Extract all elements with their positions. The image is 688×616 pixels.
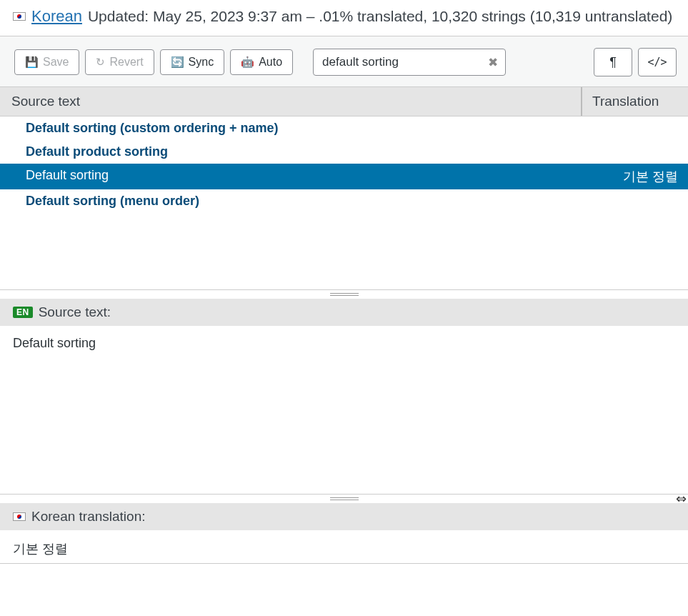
sync-button[interactable]: 🔄 Sync	[160, 49, 225, 74]
pilcrow-button[interactable]: ¶	[594, 48, 632, 76]
auto-button[interactable]: 🤖 Auto	[230, 49, 293, 74]
sync-icon: 🔄	[171, 56, 184, 69]
table-row[interactable]: Default sorting기본 정렬	[0, 164, 688, 189]
code-view-button[interactable]: </>	[638, 48, 677, 76]
save-button[interactable]: 💾 Save	[14, 49, 79, 74]
translation-panel-label: Korean translation:	[31, 509, 146, 525]
col-header-source[interactable]: Source text	[0, 87, 581, 116]
source-cell: Default sorting	[0, 164, 581, 189]
en-badge: EN	[13, 307, 33, 318]
save-label: Save	[43, 55, 69, 69]
col-header-translation[interactable]: Translation	[581, 87, 688, 116]
source-cell: Default sorting (menu order)	[0, 189, 581, 213]
header-meta: Updated: May 25, 2023 9:37 am – .01% tra…	[88, 8, 672, 25]
revert-icon: ↻	[96, 56, 105, 69]
save-icon: 💾	[25, 56, 39, 69]
grid-body: Default sorting (custom ordering + name)…	[0, 116, 688, 213]
translation-panel: Korean translation: 기본 정렬	[0, 503, 688, 564]
search-input[interactable]	[313, 49, 506, 76]
search-wrap: ✖	[313, 49, 506, 76]
auto-label: Auto	[259, 55, 282, 69]
source-panel: EN Source text: Default sorting	[0, 299, 688, 495]
language-title-link[interactable]: Korean	[31, 7, 82, 26]
korean-flag-icon	[13, 12, 26, 21]
translation-cell	[581, 140, 688, 164]
expand-icon[interactable]: ⇔	[676, 491, 687, 507]
translation-input[interactable]: 기본 정렬	[0, 530, 688, 563]
clear-search-icon[interactable]: ✖	[486, 55, 500, 69]
translation-cell: 기본 정렬	[581, 164, 688, 189]
translation-cell	[581, 189, 688, 213]
table-row[interactable]: Default sorting (custom ordering + name)	[0, 116, 688, 140]
revert-label: Revert	[109, 55, 143, 69]
grid-header: Source text Translation	[0, 87, 688, 116]
pilcrow-icon: ¶	[609, 55, 617, 70]
source-panel-text: Default sorting	[0, 326, 688, 494]
translation-cell	[581, 116, 688, 140]
source-cell: Default sorting (custom ordering + name)	[0, 116, 581, 140]
table-row[interactable]: Default product sorting	[0, 140, 688, 164]
source-panel-label: Source text:	[39, 304, 111, 320]
korean-flag-icon	[13, 512, 26, 521]
robot-icon: 🤖	[241, 56, 254, 69]
source-cell: Default product sorting	[0, 140, 581, 164]
sync-label: Sync	[189, 55, 214, 69]
revert-button[interactable]: ↻ Revert	[85, 49, 154, 74]
code-icon: </>	[647, 56, 667, 69]
table-row[interactable]: Default sorting (menu order)	[0, 189, 688, 213]
grid-empty-space	[0, 213, 688, 290]
toolbar: 💾 Save ↻ Revert 🔄 Sync 🤖 Auto ✖ ¶ </>	[0, 36, 688, 87]
resize-handle-2[interactable]: ⇔	[0, 495, 688, 503]
resize-handle[interactable]	[0, 290, 688, 299]
